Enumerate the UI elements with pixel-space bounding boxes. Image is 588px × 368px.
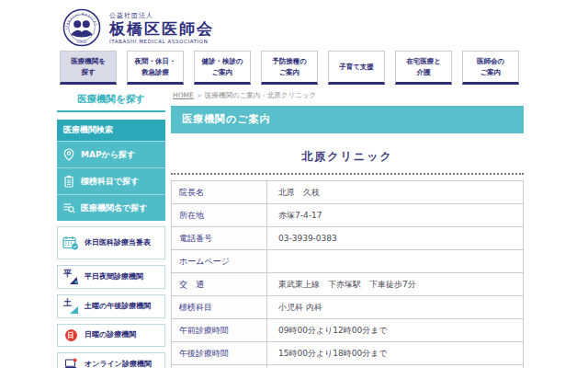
- sunday-icon: 日: [65, 329, 77, 341]
- nav-find-medical-institution[interactable]: 医療機関を 探す: [60, 51, 117, 85]
- row-label: 標榜科目: [172, 296, 267, 319]
- sidebar-item-label: MAPから探す: [81, 149, 135, 161]
- sidebar-link-weekday-night-clinics[interactable]: 平 平日夜間診療機関: [57, 265, 165, 289]
- sidebar-link-saturday-afternoon-clinics[interactable]: 土 土曜の午後診療機関: [57, 294, 165, 318]
- row-label: 院長名: [172, 181, 267, 204]
- sidebar-item-label: 医療機関名で探す: [81, 202, 147, 214]
- sidebar-item-search-by-name[interactable]: 医療機関名で探す: [57, 194, 165, 221]
- svg-text:ITABASHI MEDICAL ASSOCIATION: ITABASHI MEDICAL ASSOCIATION: [62, 8, 98, 29]
- site-header: ITABASHI MEDICAL ASSOCIATION TOKYO 公益社団法…: [0, 0, 588, 50]
- saturday-afternoon-icon: 土: [63, 300, 78, 313]
- org-name-block: 公益社団法人 板橋区医師会 ITABASHI MEDICAL ASSOCIATI…: [109, 11, 214, 44]
- content-area: 医療機関を探す 医療機関検索 MAPから探す: [0, 90, 588, 368]
- row-value: 03-3939-0383: [267, 227, 524, 250]
- sidebar-item-search-by-department[interactable]: 標榜科目で探す: [57, 167, 165, 194]
- page: ITABASHI MEDICAL ASSOCIATION TOKYO 公益社団法…: [0, 0, 588, 368]
- table-row-morning-hours: 午前診療時間 09時00分より12時00分まで: [172, 319, 524, 342]
- nav-homecare-nursing[interactable]: 在宅医療と 介護: [395, 51, 452, 85]
- sidebar: 医療機関を探す 医療機関検索 MAPから探す: [57, 90, 165, 368]
- nav-checkup-guide[interactable]: 健診・検診の ご案内: [194, 51, 251, 85]
- global-nav: 医療機関を 探す 夜間・休日・ 救急診療 健診・検診の ご案内 予防接種の ご案…: [60, 51, 588, 85]
- row-value: 15時00分より18時00分まで: [267, 342, 524, 365]
- calendar-check-icon: [62, 236, 79, 250]
- row-label: 午後診療時間: [172, 342, 267, 365]
- sidebar-item-search-by-map[interactable]: MAPから探す: [57, 141, 165, 167]
- sidebar-link-label: 土曜の午後診療機関: [85, 302, 151, 311]
- table-row-address: 所在地 赤塚7-4-17: [172, 204, 524, 227]
- row-label: 交 通: [172, 273, 267, 296]
- nav-childcare-support[interactable]: 子育て支援: [328, 51, 385, 85]
- search-box-header: 医療機関検索: [57, 120, 165, 141]
- list-search-icon: [62, 201, 75, 214]
- weekday-night-icon: 平: [63, 270, 78, 283]
- row-value: 09時00分より12時00分まで: [267, 319, 524, 342]
- breadcrumb: HOME ＞ 医療機関のご案内 - 北原クリニック: [173, 91, 524, 100]
- institution-search-box: 医療機関検索 MAPから探す 標: [57, 120, 165, 221]
- nav-association-guide[interactable]: 医師会の ご案内: [462, 51, 519, 85]
- table-row-phone: 電話番号 03-3939-0383: [172, 227, 524, 250]
- table-row-director: 院長名 北原 久枝: [172, 181, 524, 204]
- nav-vaccination-guide[interactable]: 予防接種の ご案内: [261, 51, 318, 85]
- section-title-banner: 医療機関のご案内: [171, 106, 524, 133]
- main-content: HOME ＞ 医療機関のご案内 - 北原クリニック 医療機関のご案内 北原クリニ…: [171, 90, 524, 368]
- row-label: 休診日: [172, 365, 267, 368]
- clipboard-icon: [62, 175, 75, 188]
- table-row-homepage: ホームページ: [172, 250, 524, 273]
- table-row-afternoon-hours: 午後診療時間 15時00分より18時00分まで: [172, 342, 524, 365]
- row-value: 火 水 木 日 祝: [267, 365, 524, 368]
- row-label: 電話番号: [172, 227, 267, 250]
- row-label: 午前診療時間: [172, 319, 267, 342]
- sidebar-link-label: 平日夜間診療機関: [85, 272, 143, 282]
- svg-text:TOKYO: TOKYO: [75, 40, 87, 44]
- org-title-en: ITABASHI MEDICAL ASSOCIATION: [109, 39, 214, 44]
- row-value: 北原 久枝: [267, 181, 524, 204]
- sidebar-link-holiday-duty-roster[interactable]: 休日医科診療当番表: [57, 226, 165, 259]
- table-row-access: 交 通 東武東上線 下赤塚駅 下車徒歩7分: [172, 273, 524, 296]
- row-value: 東武東上線 下赤塚駅 下車徒歩7分: [267, 273, 524, 296]
- table-row-closed-days: 休診日 火 水 木 日 祝: [172, 365, 524, 368]
- sidebar-link-online-clinics[interactable]: オンライン診療機関: [57, 352, 165, 368]
- sidebar-link-sunday-clinics[interactable]: 日 日曜の診療機関: [57, 324, 165, 347]
- dotted-divider: [171, 173, 524, 175]
- breadcrumb-separator: ＞: [196, 91, 203, 99]
- nav-night-holiday-emergency[interactable]: 夜間・休日・ 救急診療: [127, 51, 184, 85]
- association-seal-logo: ITABASHI MEDICAL ASSOCIATION TOKYO: [62, 8, 101, 47]
- sidebar-link-label: 日曜の診療機関: [85, 330, 136, 339]
- breadcrumb-home-link[interactable]: HOME: [173, 91, 194, 99]
- breadcrumb-current: 医療機関のご案内 - 北原クリニック: [205, 91, 316, 99]
- laptop-icon: [63, 358, 78, 368]
- sidebar-item-label: 標榜科目で探す: [81, 176, 139, 188]
- row-value: [267, 250, 524, 273]
- sidebar-title: 医療機関を探す: [57, 90, 165, 112]
- row-label: 所在地: [172, 204, 267, 227]
- map-pin-icon: [62, 148, 75, 161]
- row-value: 赤塚7-4-17: [267, 204, 524, 227]
- table-row-departments: 標榜科目 小児科 内科: [172, 296, 524, 319]
- clinic-name: 北原クリニック: [171, 149, 524, 165]
- sidebar-link-label: オンライン診療機関: [85, 360, 152, 368]
- clinic-info-table: 院長名 北原 久枝 所在地 赤塚7-4-17 電話番号 03-3939-0383…: [171, 180, 524, 368]
- org-title: 板橋区医師会: [109, 20, 214, 39]
- sidebar-link-label: 休日医科診療当番表: [85, 238, 151, 247]
- row-label: ホームページ: [172, 250, 267, 273]
- row-value: 小児科 内科: [267, 296, 524, 319]
